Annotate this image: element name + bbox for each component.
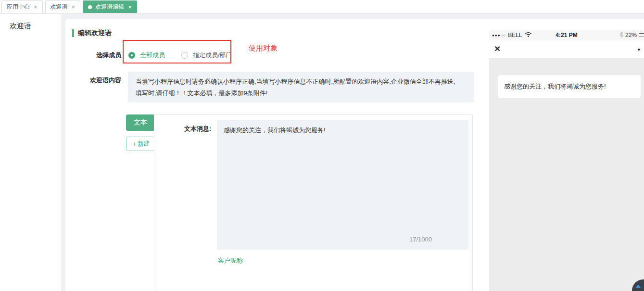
radio-checked-icon[interactable] <box>128 52 135 59</box>
tab-label: 欢迎语 <box>51 3 68 11</box>
chat-preview-area: 感谢您的关注，我们将竭诚为您服务! <box>489 58 644 291</box>
arrow-up-icon <box>636 285 641 288</box>
tab-label: 欢迎语编辑 <box>95 3 124 11</box>
notice-line-2: 填写时,请仔细！！文本必填，最多添加9条附件! <box>136 88 466 99</box>
tab-app-center[interactable]: 应用中心 × <box>1 0 43 13</box>
message-panel: 文本消息: 感谢您的关注，我们将竭诚为您服务! 17/1000 客户昵称 <box>154 114 473 291</box>
battery-percent: 22% <box>625 32 637 38</box>
message-textarea-wrap: 感谢您的关注，我们将竭诚为您服务! 17/1000 <box>217 120 468 250</box>
message-textarea[interactable]: 感谢您的关注，我们将竭诚为您服务! <box>217 120 468 231</box>
tab-close-icon[interactable]: × <box>72 4 76 10</box>
tab-welcome-edit[interactable]: 欢迎语编辑 × <box>83 0 137 13</box>
message-label: 文本消息: <box>184 125 211 133</box>
tab-close-icon[interactable]: × <box>34 4 38 10</box>
member-select-label: 选择成员 <box>65 51 121 60</box>
status-right-group: 22% <box>619 32 644 39</box>
active-dot-icon <box>88 5 92 9</box>
notice-line-1: 当填写小程序信息时请务必确认小程序正确,当填写小程序信息不正确时,所配置的欢迎语… <box>136 76 466 88</box>
tab-welcome-list[interactable]: 欢迎语 × <box>45 0 81 13</box>
radio-unchecked-icon[interactable] <box>181 52 188 59</box>
welcome-message-bubble: 感谢您的关注，我们将竭诚为您服务! <box>498 75 641 98</box>
section-header: 编辑欢迎语 <box>72 29 112 38</box>
bluetooth-icon <box>619 32 623 39</box>
scroll-widget-button[interactable] <box>632 279 644 291</box>
text-type-tab[interactable]: 文本 <box>126 114 155 131</box>
tab-label: 应用中心 <box>7 3 30 11</box>
sidebar-item-welcome[interactable]: 欢迎语 <box>0 14 61 31</box>
content-label: 欢迎语内容 <box>65 76 121 85</box>
tab-bar: 应用中心 × 欢迎语 × 欢迎语编辑 × <box>0 0 644 13</box>
char-counter: 17/1000 <box>409 236 432 243</box>
sidebar: 欢迎语 <box>0 14 61 291</box>
radio-label[interactable]: 指定成员/部门 <box>193 51 232 60</box>
add-new-button[interactable]: ＋新建 <box>126 137 155 151</box>
more-menu-icon[interactable]: • <box>638 45 640 53</box>
section-accent-bar <box>72 29 74 37</box>
notice-box: 当填写小程序信息时请务必确认小程序正确,当填写小程序信息不正确时,所配置的欢迎语… <box>128 72 474 102</box>
annotation-text: 使用对象 <box>249 44 278 53</box>
radio-label[interactable]: 全部成员 <box>140 51 165 60</box>
battery-icon <box>639 33 644 37</box>
close-icon[interactable]: × <box>494 43 500 53</box>
phone-nav-bar: × • <box>489 40 644 58</box>
member-radio-group: 全部成员 指定成员/部门 <box>128 51 249 60</box>
tab-close-icon[interactable]: × <box>128 4 132 10</box>
radio-all-members[interactable]: 全部成员 <box>128 51 165 60</box>
phone-status-bar: ●●●○○ BELL 4:21 PM 22% <box>489 30 644 40</box>
phone-preview: ●●●○○ BELL 4:21 PM 22% × • 感谢您的关注 <box>489 30 644 291</box>
section-title: 编辑欢迎语 <box>78 29 112 38</box>
customer-nickname-link[interactable]: 客户昵称 <box>218 256 243 265</box>
radio-specified-members[interactable]: 指定成员/部门 <box>181 51 232 60</box>
